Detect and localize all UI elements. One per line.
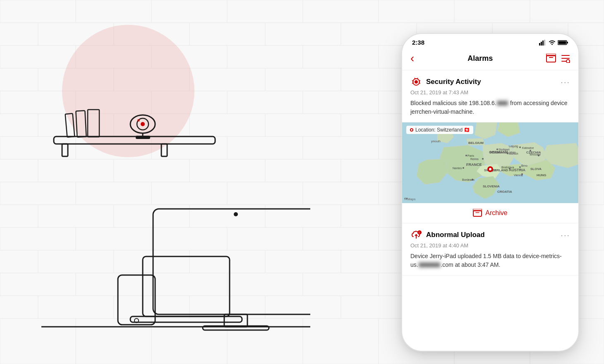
- svg-rect-126: [54, 136, 215, 144]
- svg-text:Bordeaux: Bordeaux: [462, 178, 475, 181]
- svg-text:GERMANY: GERMANY: [489, 150, 508, 154]
- alarm-menu-security[interactable]: ···: [561, 77, 570, 87]
- svg-rect-9: [379, 0, 454, 23]
- redacted-ip: ■■■: [496, 100, 508, 106]
- svg-point-135: [137, 119, 140, 122]
- svg-text:Reims: Reims: [470, 158, 479, 160]
- filter-nav-icon[interactable]: [561, 54, 570, 63]
- svg-rect-139: [153, 209, 310, 314]
- svg-rect-122: [303, 318, 379, 364]
- svg-text:Brno: Brno: [521, 164, 527, 167]
- svg-rect-25: [303, 46, 379, 68]
- svg-text:AUSTRIA: AUSTRIA: [509, 168, 525, 172]
- svg-rect-130: [76, 110, 86, 137]
- alarm-title-upload: Abnormal Upload: [426, 231, 485, 239]
- svg-text:HUNG: HUNG: [537, 173, 546, 177]
- svg-text:FRANCE: FRANCE: [466, 163, 482, 167]
- alarm-item-security: Security Activity ··· Oct 21, 2019 at 7:…: [402, 70, 578, 122]
- svg-point-175: [482, 158, 484, 160]
- map-area: Paris Frankfurt am Main Reims Nantes Bor…: [402, 122, 578, 203]
- cloud-upload-icon: !: [410, 229, 422, 241]
- svg-rect-10: [454, 0, 530, 23]
- alarm-header-security: Security Activity ···: [410, 76, 570, 88]
- illustration-area: [21, 41, 310, 331]
- alarm-item-upload: ! Abnormal Upload ··· Oct 21, 2019 at 4:…: [402, 223, 578, 275]
- svg-rect-4: [0, 0, 76, 23]
- svg-text:BELGIUM: BELGIUM: [468, 141, 484, 145]
- phone-nav: ‹ Alarms: [402, 48, 578, 70]
- svg-text:Nantes: Nantes: [453, 167, 462, 170]
- svg-text:Vienna: Vienna: [514, 174, 523, 177]
- svg-rect-154: [546, 55, 556, 62]
- alarm-title-row-security: Security Activity: [410, 76, 481, 88]
- alarm-body-security: Blocked malicious site 198.108.6.■■■ fro…: [410, 99, 570, 116]
- svg-point-163: [415, 80, 418, 84]
- alarm-date-security: Oct 21, 2019 at 7:43 AM: [410, 89, 570, 96]
- nav-title: Alarms: [467, 54, 493, 63]
- alarm-date-upload: Oct 21, 2019 at 4:40 AM: [410, 242, 570, 249]
- svg-rect-216: [473, 209, 482, 211]
- svg-text:SLOVENIA: SLOVENIA: [483, 184, 500, 188]
- alarm-title-row-upload: ! Abnormal Upload: [410, 229, 485, 241]
- svg-point-134: [141, 122, 145, 126]
- svg-text:Munich: Munich: [509, 152, 518, 155]
- svg-text:SLOVA: SLOVA: [530, 167, 542, 171]
- svg-text:Leipzig: Leipzig: [509, 145, 518, 148]
- svg-rect-127: [62, 144, 68, 156]
- location-pin-icon: [410, 128, 414, 132]
- svg-rect-6: [151, 0, 227, 23]
- nav-actions: [546, 54, 570, 63]
- map-svg: Paris Frankfurt am Main Reims Nantes Bor…: [402, 122, 578, 203]
- phone-status-bar: 2:38: [402, 34, 578, 48]
- svg-rect-11: [530, 0, 604, 23]
- archive-button[interactable]: Archive: [402, 203, 578, 223]
- alarm-menu-upload[interactable]: ···: [561, 230, 570, 240]
- svg-rect-7: [227, 0, 303, 23]
- svg-rect-141: [203, 326, 269, 330]
- svg-rect-74: [303, 182, 379, 205]
- status-icons: [539, 40, 568, 46]
- svg-rect-58: [303, 136, 379, 159]
- svg-point-171: [465, 155, 467, 156]
- bug-icon: [410, 76, 422, 88]
- svg-rect-145: [118, 275, 155, 325]
- svg-text:Katowice: Katowice: [522, 146, 534, 149]
- svg-rect-144: [130, 316, 242, 322]
- wifi-icon: [549, 40, 556, 46]
- svg-rect-150: [544, 40, 545, 46]
- svg-rect-8: [303, 0, 379, 23]
- svg-rect-153: [558, 41, 566, 44]
- svg-rect-129: [65, 113, 75, 137]
- svg-point-211: [489, 168, 491, 170]
- phone-frame: 2:38: [401, 33, 579, 352]
- map-location-label: Location: Switzerland 🇨🇭: [406, 126, 473, 134]
- svg-point-187: [519, 146, 521, 148]
- phone-container: 2:38: [401, 33, 579, 352]
- archive-label: Archive: [485, 209, 507, 217]
- svg-rect-5: [76, 0, 151, 23]
- svg-rect-137: [136, 136, 150, 139]
- svg-point-177: [463, 167, 464, 169]
- svg-rect-131: [88, 110, 99, 137]
- svg-rect-152: [567, 42, 568, 43]
- svg-rect-147: [539, 43, 540, 46]
- svg-rect-149: [542, 41, 544, 46]
- svg-text:Paris: Paris: [467, 154, 474, 157]
- svg-line-161: [569, 62, 570, 63]
- location-text: Location: Switzerland 🇨🇭: [415, 127, 470, 133]
- svg-text:CROATIA: CROATIA: [497, 190, 512, 194]
- svg-rect-215: [473, 211, 482, 216]
- svg-text:!: !: [419, 231, 419, 234]
- back-button[interactable]: ‹: [410, 52, 414, 65]
- archive-nav-icon[interactable]: [546, 54, 556, 63]
- alarm-body-upload: Device Jerry-iPad uploaded 1.5 MB data t…: [410, 252, 570, 269]
- svg-rect-148: [541, 42, 542, 46]
- svg-text:ymouth: ymouth: [431, 140, 441, 143]
- svg-rect-155: [546, 54, 556, 56]
- svg-point-214: [411, 129, 412, 131]
- signal-icon: [539, 40, 546, 46]
- svg-text:🗺Maps: 🗺Maps: [404, 197, 416, 201]
- svg-text:CZECHIA: CZECHIA: [526, 151, 541, 154]
- svg-rect-90: [303, 228, 379, 250]
- battery-icon: [558, 40, 568, 46]
